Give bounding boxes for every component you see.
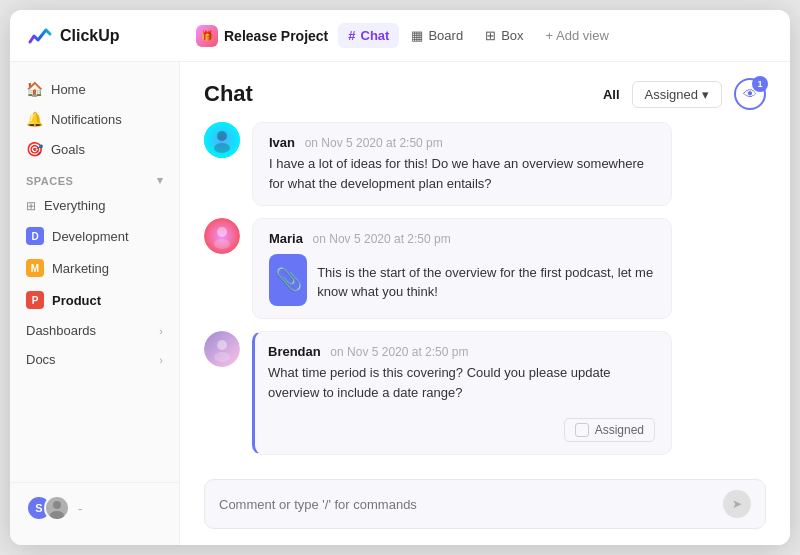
message-attachment: 📎 This is the start of the overview for … [269,254,655,306]
user-dots: - [78,501,82,516]
chevron-right-icon: › [159,325,163,337]
logo-area: ClickUp [26,22,196,50]
send-icon[interactable]: ➤ [723,490,751,518]
assigned-checkbox [575,423,589,437]
sidebar-bottom: S - [10,482,179,533]
sidebar-item-development[interactable]: D Development [10,220,179,252]
message-text-maria: This is the start of the overview for th… [317,263,655,302]
nav-tabs: # Chat ▦ Board ⊞ Box + Add view [338,23,618,48]
sidebar: 🏠 Home 🔔 Notifications 🎯 Goals Spaces ▾ … [10,62,180,545]
message-text-brendan: What time period is this covering? Could… [268,363,655,402]
notification-bell[interactable]: 👁 1 [734,78,766,110]
project-name: Release Project [224,28,328,44]
sidebar-item-dashboards[interactable]: Dashboards › [10,316,179,345]
sidebar-item-notifications[interactable]: 🔔 Notifications [10,104,179,134]
svg-point-4 [214,143,230,153]
attachment-icon: 📎 [269,254,307,306]
comment-input[interactable] [219,497,715,512]
message-header-brendan: Brendan on Nov 5 2020 at 2:50 pm [268,344,655,359]
message-item: Maria on Nov 5 2020 at 2:50 pm 📎 This is… [204,218,766,319]
avatar-stack: S [26,495,70,521]
development-dot: D [26,227,44,245]
filter-assigned-button[interactable]: Assigned ▾ [632,81,722,108]
avatar-maria [204,218,240,254]
tab-box[interactable]: ⊞ Box [475,23,533,48]
comment-area: ➤ [180,467,790,545]
svg-point-1 [50,511,64,519]
add-view-button[interactable]: + Add view [536,23,619,48]
main-layout: 🏠 Home 🔔 Notifications 🎯 Goals Spaces ▾ … [10,62,790,545]
sidebar-item-docs[interactable]: Docs › [10,345,179,374]
spaces-section: Spaces ▾ [10,164,179,191]
avatar-ivan [204,122,240,158]
product-dot: P [26,291,44,309]
app-window: ClickUp 🎁 Release Project # Chat ▦ Board… [10,10,790,545]
top-nav: ClickUp 🎁 Release Project # Chat ▦ Board… [10,10,790,62]
messages-area: Ivan on Nov 5 2020 at 2:50 pm I have a l… [180,122,790,467]
chevron-down-icon[interactable]: ▾ [157,174,164,187]
filter-all-button[interactable]: All [603,87,620,102]
bell-icon: 🔔 [26,111,43,127]
svg-point-0 [53,501,61,509]
message-text: I have a lot of ideas for this! Do we ha… [269,154,655,193]
avatar-photo [44,495,70,521]
home-icon: 🏠 [26,81,43,97]
sidebar-item-marketing[interactable]: M Marketing [10,252,179,284]
notification-badge: 1 [752,76,768,92]
svg-point-10 [214,352,230,362]
message-header: Ivan on Nov 5 2020 at 2:50 pm [269,135,655,150]
comment-input-wrapper: ➤ [204,479,766,529]
svg-point-7 [214,239,230,249]
chevron-right-icon-docs: › [159,354,163,366]
message-item: Brendan on Nov 5 2020 at 2:50 pm What ti… [204,331,766,455]
board-icon: ▦ [411,28,423,43]
sidebar-item-product[interactable]: P Product [10,284,179,316]
sidebar-item-everything[interactable]: ⊞ Everything [10,191,179,220]
tab-board[interactable]: ▦ Board [401,23,473,48]
page-title: Chat [204,81,591,107]
content-area: Chat All Assigned ▾ 👁 1 [180,62,790,545]
svg-point-6 [217,227,227,237]
hash-icon: # [348,28,355,43]
chevron-down-assigned-icon: ▾ [702,87,709,102]
tab-chat[interactable]: # Chat [338,23,399,48]
grid-icon: ⊞ [26,199,36,213]
message-bubble-brendan: Brendan on Nov 5 2020 at 2:50 pm What ti… [252,331,672,455]
box-icon: ⊞ [485,28,496,43]
sidebar-item-home[interactable]: 🏠 Home [10,74,179,104]
breadcrumb-area: 🎁 Release Project # Chat ▦ Board ⊞ Box +… [196,23,774,48]
logo-text: ClickUp [60,27,120,45]
avatar-brendan [204,331,240,367]
marketing-dot: M [26,259,44,277]
svg-point-3 [217,131,227,141]
sidebar-item-goals[interactable]: 🎯 Goals [10,134,179,164]
message-header-maria: Maria on Nov 5 2020 at 2:50 pm [269,231,655,246]
target-icon: 🎯 [26,141,43,157]
message-item: Ivan on Nov 5 2020 at 2:50 pm I have a l… [204,122,766,206]
assigned-button[interactable]: Assigned [564,418,655,442]
content-header: Chat All Assigned ▾ 👁 1 [180,62,790,122]
message-bubble-maria: Maria on Nov 5 2020 at 2:50 pm 📎 This is… [252,218,672,319]
project-icon: 🎁 [196,25,218,47]
clickup-logo [26,22,54,50]
message-bubble-ivan: Ivan on Nov 5 2020 at 2:50 pm I have a l… [252,122,672,206]
svg-point-9 [217,340,227,350]
